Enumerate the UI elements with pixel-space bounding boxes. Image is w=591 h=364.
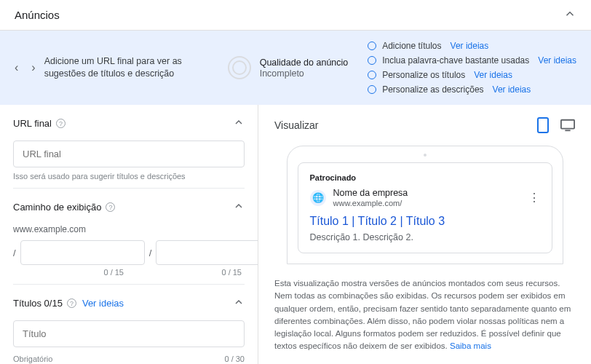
ad-headline: Título 1 | Título 2 | Título 3 [310,215,540,228]
mobile-frame: Patrocinado 🌐 Nome da empresa www.exampl… [287,146,563,264]
chevron-up-icon[interactable] [233,116,245,130]
radio-icon [368,85,376,94]
ideas-link[interactable]: Ver ideias [451,41,489,51]
ad-preview-card: Patrocinado 🌐 Nome da empresa www.exampl… [298,162,552,253]
collapse-icon[interactable] [563,7,576,23]
disclaimer-text: Esta visualização mostra versões de anún… [274,279,571,350]
char-counter: 0 / 30 [224,355,245,363]
section-title-text: Caminho de exibição [13,202,101,213]
checklist-label: Adicione títulos [382,41,441,51]
checklist-item: Adicione títulos Ver ideias [368,41,576,51]
quality-checklist: Adicione títulos Ver ideias Inclua palav… [368,41,576,95]
svg-rect-0 [538,118,548,132]
preview-column: Visualizar Patrocinado 🌐 Nome da empresa [258,105,591,364]
next-arrow[interactable]: › [31,61,35,74]
slash-separator: / [13,248,16,258]
section-title-text: Títulos 0/15 [13,298,63,309]
checklist-label: Inclua palavra-chave bastante usadas [382,55,529,66]
section-header: Anúncios [0,0,591,31]
page-title: Anúncios [15,9,60,21]
help-icon[interactable]: ? [56,119,66,128]
checklist-label: Personalize as descrições [382,84,483,95]
char-counter: 0 / 15 [23,268,127,277]
final-url-hint: Isso será usado para sugerir títulos e d… [13,172,245,181]
form-column: URL final ? Isso será usado para sugerir… [0,105,258,364]
slash-separator: / [149,248,152,258]
final-url-input[interactable] [13,141,245,167]
checklist-item: Personalize as descrições Ver ideias [368,84,576,95]
sponsored-label: Patrocinado [310,173,540,182]
final-url-section: URL final ? Isso será usado para sugerir… [13,116,245,189]
required-label: Obrigatório [13,355,52,363]
chevron-up-icon[interactable] [233,200,245,214]
desktop-preview-icon[interactable] [560,118,575,132]
ideas-link[interactable]: Ver ideias [474,70,512,80]
quality-indicator: Qualidade do anúncio Incompleto [228,56,349,79]
prev-arrow[interactable]: ‹ [15,61,18,74]
headline-input[interactable] [13,320,245,347]
checklist-item: Personalize os títulos Ver ideias [368,70,576,80]
preview-title: Visualizar [274,119,318,131]
globe-icon: 🌐 [310,190,326,206]
quality-label: Qualidade do anúncio [260,57,349,68]
banner-nav: ‹ › [15,61,36,74]
section-title: Títulos 0/15 ? [13,298,76,309]
radio-icon [368,56,376,65]
checklist-item: Inclua palavra-chave bastante usadas Ver… [368,55,576,66]
learn-more-link[interactable]: Saiba mais [450,341,491,350]
section-title: Caminho de exibição ? [13,202,115,213]
svg-rect-1 [561,120,574,129]
ideas-link[interactable]: Ver ideias [493,84,531,95]
quality-status: Incompleto [260,68,349,79]
headlines-section: Títulos 0/15 ? Ver ideias Obrigatório 0 … [13,296,245,364]
ad-company: Nome da empresa [333,188,408,199]
more-icon[interactable]: ⋮ [528,191,540,205]
radio-icon [368,71,376,79]
checklist-label: Personalize os títulos [382,70,465,80]
char-counter: 0 / 15 [141,268,245,277]
ideas-link[interactable]: Ver ideias [538,55,576,66]
ad-description: Descrição 1. Descrição 2. [310,232,540,242]
radio-icon [368,41,376,50]
ad-url: www.example.com/ [333,199,408,207]
display-domain: www.example.com [13,224,245,234]
section-title: URL final ? [13,118,66,129]
path2-input[interactable] [156,240,258,265]
path1-input[interactable] [20,240,145,265]
banner-message: Adicione um URL final para ver as sugest… [44,55,212,81]
notch-icon [424,154,427,157]
section-title-text: URL final [13,118,52,129]
chevron-up-icon[interactable] [233,296,245,310]
mobile-preview-icon[interactable] [536,118,550,132]
help-icon[interactable]: ? [106,202,115,212]
display-path-section: Caminho de exibição ? www.example.com / … [13,200,245,285]
preview-disclaimer: Esta visualização mostra versões de anún… [274,277,575,353]
help-icon[interactable]: ? [67,298,76,308]
quality-banner: ‹ › Adicione um URL final para ver as su… [0,31,591,105]
ideas-link[interactable]: Ver ideias [82,298,124,309]
quality-circle-icon [228,56,251,79]
